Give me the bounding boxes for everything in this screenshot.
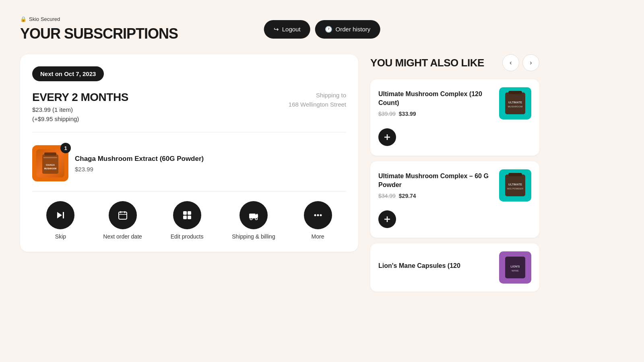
svg-point-17 <box>255 218 257 220</box>
action-buttons: Skip Next order date <box>32 191 346 240</box>
rec-product-name-2: Ultimate Mushroom Complex – 60 G Powder <box>378 172 493 190</box>
product-price: $23.99 <box>75 166 346 173</box>
logout-icon: ↪ <box>274 26 279 33</box>
svg-rect-1 <box>44 152 56 156</box>
product-card-info-1: Ultimate Mushroom Complex (120 Count) $3… <box>378 90 493 117</box>
recommendation-card-3: Lion's Mane Capsules (120 LION'S MANE <box>370 243 539 292</box>
svg-point-19 <box>317 214 319 216</box>
subscription-frequency: EVERY 2 MONTHS <box>32 91 128 104</box>
nav-arrows: ‹ › <box>502 54 539 71</box>
recommendation-card-1: Ultimate Mushroom Complex (120 Count) $3… <box>370 79 539 156</box>
svg-text:LION'S: LION'S <box>510 265 520 268</box>
order-history-button[interactable]: 🕐 Order history <box>315 20 380 39</box>
edit-products-action[interactable]: Edit products <box>171 201 204 240</box>
svg-point-16 <box>250 218 252 220</box>
product-image-inner: CHAGA MUSHROOM <box>36 149 64 177</box>
svg-rect-6 <box>63 212 64 218</box>
more-label: More <box>312 233 324 240</box>
logout-label: Logout <box>282 26 301 33</box>
rec-product-name-1: Ultimate Mushroom Complex (120 Count) <box>378 90 493 108</box>
shipping-address-info: Shipping to 168 Wellington Street <box>289 91 346 109</box>
shipping-to-label: Shipping to <box>289 91 346 100</box>
product-card-prices-1: $39.99 $33.99 <box>378 111 493 117</box>
product-item: CHAGA MUSHROOM 1 Chaga Mushroom Extract … <box>32 139 346 188</box>
svg-point-20 <box>320 214 322 216</box>
svg-rect-7 <box>119 212 127 219</box>
svg-rect-12 <box>188 211 191 215</box>
shipping-billing-button[interactable] <box>239 201 268 229</box>
svg-rect-2 <box>43 157 57 158</box>
quantity-badge: 1 <box>60 143 71 153</box>
header-buttons: ↪ Logout 🕐 Order history <box>264 20 380 39</box>
svg-rect-11 <box>183 211 187 215</box>
rec-product-name-3: Lion's Mane Capsules (120 <box>378 261 493 270</box>
next-order-date-action[interactable]: Next order date <box>103 201 142 240</box>
edit-products-button[interactable] <box>173 201 201 229</box>
sale-price-2: $29.74 <box>399 193 416 199</box>
skip-button[interactable] <box>46 201 74 229</box>
product-image-wrapper: CHAGA MUSHROOM 1 <box>32 145 68 181</box>
next-order-date-button[interactable] <box>109 201 137 229</box>
add-button-2[interactable] <box>378 210 396 228</box>
svg-point-18 <box>314 214 316 216</box>
subscription-header: EVERY 2 MONTHS $23.99 (1 item) (+$9.95 s… <box>32 91 346 122</box>
subscription-shipping-cost: (+$9.95 shipping) <box>32 115 128 122</box>
more-button[interactable] <box>304 201 332 229</box>
skip-action[interactable]: Skip <box>46 201 74 240</box>
next-date-badge: Next on Oct 7, 2023 <box>32 66 104 81</box>
subscription-card: Next on Oct 7, 2023 EVERY 2 MONTHS $23.9… <box>20 54 358 252</box>
product-name: Chaga Mushroom Extract (60G Powder) <box>75 154 346 164</box>
svg-text:MUSHROOM: MUSHROOM <box>508 105 522 108</box>
product-card-info-3: Lion's Mane Capsules (120 <box>378 261 493 274</box>
recommendations-title: YOU MIGHT ALSO LIKE <box>370 57 484 69</box>
secured-text: Skio Secured <box>29 16 60 22</box>
logout-button[interactable]: ↪ Logout <box>264 20 310 39</box>
original-price-2: $34.99 <box>378 193 396 199</box>
subscription-price-summary: $23.99 (1 item) <box>32 106 128 113</box>
page-title: YOUR SUBSCRIPTIONS <box>20 25 178 42</box>
svg-rect-28 <box>508 173 522 176</box>
product-info: Chaga Mushroom Extract (60G Powder) $23.… <box>75 154 346 173</box>
svg-rect-13 <box>183 216 187 219</box>
order-history-label: Order history <box>336 26 371 33</box>
subscriptions-panel: Next on Oct 7, 2023 EVERY 2 MONTHS $23.9… <box>20 54 358 292</box>
recommendations-header: YOU MIGHT ALSO LIKE ‹ › <box>370 54 539 71</box>
subscription-info: EVERY 2 MONTHS $23.99 (1 item) (+$9.95 s… <box>32 91 128 122</box>
svg-text:ULTIMATE: ULTIMATE <box>508 101 522 104</box>
product-card-prices-2: $34.99 $29.74 <box>378 193 493 199</box>
rec-product-image-2: ULTIMATE 60G POWDER <box>499 169 531 202</box>
svg-text:CHAGA: CHAGA <box>46 164 55 166</box>
svg-text:ULTIMATE: ULTIMATE <box>508 183 522 186</box>
divider-top <box>32 132 346 132</box>
next-arrow-button[interactable]: › <box>522 54 539 71</box>
recommendations-panel: YOU MIGHT ALSO LIKE ‹ › Ultimate Mushroo… <box>370 54 539 292</box>
svg-rect-22 <box>508 91 522 94</box>
add-button-1[interactable] <box>378 128 396 146</box>
secured-badge: 🔒 Skio Secured <box>20 16 178 22</box>
original-price-1: $39.99 <box>378 111 396 117</box>
svg-text:MUSHROOM: MUSHROOM <box>44 167 56 170</box>
order-history-icon: 🕐 <box>325 26 332 33</box>
svg-text:60G POWDER: 60G POWDER <box>507 187 524 190</box>
next-order-date-label: Next order date <box>103 233 142 240</box>
edit-products-label: Edit products <box>171 233 204 240</box>
svg-rect-14 <box>188 216 191 219</box>
more-action[interactable]: More <box>304 201 332 240</box>
sale-price-1: $33.99 <box>399 111 416 117</box>
svg-rect-15 <box>249 214 256 218</box>
svg-marker-5 <box>57 212 62 218</box>
rec-product-image-1: ULTIMATE MUSHROOM <box>499 87 531 119</box>
product-card-row-1: Ultimate Mushroom Complex (120 Count) $3… <box>378 87 531 119</box>
product-card-row-2: Ultimate Mushroom Complex – 60 G Powder … <box>378 169 531 202</box>
recommendation-card-2: Ultimate Mushroom Complex – 60 G Powder … <box>370 161 539 238</box>
shipping-billing-action[interactable]: Shipping & billing <box>232 201 275 240</box>
svg-text:MANE: MANE <box>512 269 518 272</box>
lock-icon: 🔒 <box>20 16 27 22</box>
rec-product-image-3: LION'S MANE <box>499 251 531 284</box>
shipping-billing-label: Shipping & billing <box>232 233 275 240</box>
product-card-info-2: Ultimate Mushroom Complex – 60 G Powder … <box>378 172 493 200</box>
shipping-address: 168 Wellington Street <box>289 100 346 109</box>
skip-label: Skip <box>55 233 66 240</box>
prev-arrow-button[interactable]: ‹ <box>502 54 519 71</box>
